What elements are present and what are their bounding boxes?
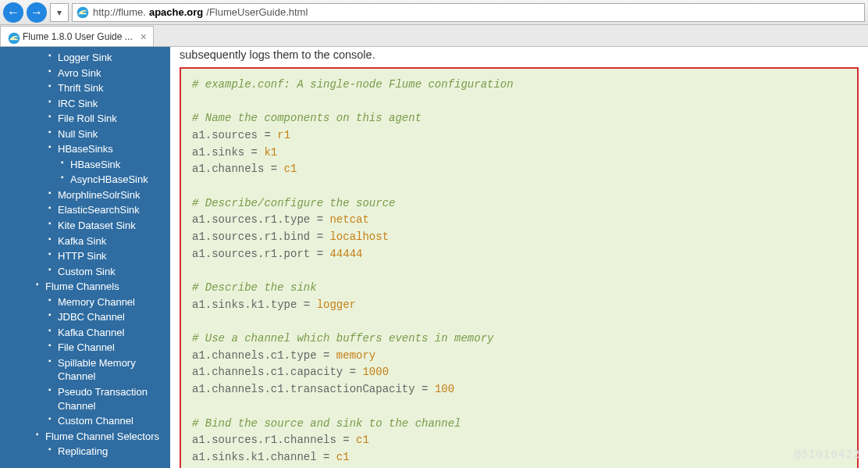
sidebar-link[interactable]: File Roll Sink	[58, 111, 170, 127]
code-example: # example.conf: A single-node Flume conf…	[180, 67, 859, 468]
tab-strip: Flume 1.8.0 User Guide ... ×	[0, 25, 868, 47]
sidebar-link[interactable]: Kite Dataset Sink	[58, 218, 170, 234]
sidebar-link[interactable]: Replicating	[58, 444, 170, 459]
tab-dropdown-button[interactable]: ▾	[50, 3, 69, 22]
svg-point-0	[77, 6, 89, 18]
sidebar-link[interactable]: MorphlineSolrSink	[58, 188, 170, 203]
code-comment: # Use a channel which buffers events in …	[192, 332, 493, 345]
sidebar-item: HBaseSinks	[44, 141, 170, 157]
code-op: =	[317, 349, 336, 362]
code-op: =	[343, 366, 362, 378]
sidebar-link[interactable]: HBaseSinks	[58, 141, 170, 157]
code-val: netcat	[329, 213, 368, 226]
sidebar-item: Kafka Sink	[44, 234, 170, 249]
code-val: localhost	[329, 230, 389, 243]
code-op: =	[415, 383, 435, 395]
sidebar-link[interactable]: Thrift Sink	[58, 80, 170, 96]
code-key: a1.sources	[192, 129, 258, 141]
code-op: =	[310, 213, 329, 226]
sidebar-nav: Logger SinkAvro SinkThrift SinkIRC SinkF…	[0, 47, 170, 468]
code-op: =	[317, 451, 336, 463]
code-key: a1.sources.r1.channels	[192, 434, 336, 446]
sidebar-item: Custom Channel	[44, 413, 170, 429]
code-op: =	[336, 434, 356, 446]
code-val: 100	[435, 383, 454, 395]
sidebar-link[interactable]: IRC Sink	[58, 96, 170, 112]
url-pre: http://flume.	[93, 6, 146, 18]
sidebar-item: MorphlineSolrSink	[44, 188, 170, 203]
code-key: a1.channels.c1.type	[192, 349, 317, 362]
code-op: =	[264, 163, 283, 175]
sidebar-link[interactable]: File Channel	[58, 340, 170, 355]
code-op: =	[310, 248, 329, 260]
code-val: memory	[336, 349, 375, 362]
code-comment: # Name the components on this agent	[192, 112, 422, 124]
sidebar-item: Flume Channels	[31, 279, 170, 295]
sidebar-link[interactable]: Pseudo Transaction Channel	[58, 384, 170, 413]
sidebar-item: HBaseSink	[56, 157, 170, 173]
sidebar-link[interactable]: Null Sink	[58, 127, 170, 142]
sidebar-item: Logger Sink	[44, 50, 170, 66]
browser-nav-bar: ← → ▾ http://flume.apache.org/FlumeUserG…	[0, 0, 868, 25]
sidebar-item: AsyncHBaseSink	[56, 172, 170, 188]
sidebar-link[interactable]: Custom Channel	[58, 413, 170, 429]
forward-button[interactable]: →	[27, 2, 47, 23]
code-val: 44444	[329, 248, 362, 260]
code-val: r1	[277, 129, 290, 141]
sidebar-item: HTTP Sink	[44, 248, 170, 264]
forward-icon: →	[30, 5, 43, 20]
ie-icon	[76, 5, 90, 20]
code-key: a1.sinks.k1.channel	[192, 451, 317, 463]
sidebar-item: Kite Dataset Sink	[44, 218, 170, 234]
sidebar-link[interactable]: JDBC Channel	[58, 309, 170, 325]
code-key: a1.sinks	[192, 146, 244, 159]
code-op: =	[297, 298, 316, 311]
address-bar[interactable]: http://flume.apache.org/FlumeUserGuide.h…	[72, 3, 865, 22]
sidebar-link[interactable]: Kafka Channel	[58, 325, 170, 341]
back-icon: ←	[7, 5, 20, 20]
code-key: a1.channels.c1.transactionCapacity	[192, 383, 415, 395]
code-key: a1.channels	[192, 163, 264, 175]
sidebar-link[interactable]: Flume Channel Selectors	[45, 429, 170, 445]
code-op: =	[244, 146, 264, 159]
svg-point-1	[9, 32, 20, 44]
main-content: subsequently logs them to the console. #…	[170, 47, 868, 468]
sidebar-item: Thrift Sink	[44, 80, 170, 96]
page: Logger SinkAvro SinkThrift SinkIRC SinkF…	[0, 47, 868, 468]
ie-icon	[7, 31, 18, 42]
watermark: @51010422	[794, 448, 860, 460]
close-icon[interactable]: ×	[141, 30, 147, 43]
code-comment: # Bind the source and sink to the channe…	[192, 417, 461, 430]
sidebar-link[interactable]: Kafka Sink	[58, 234, 170, 249]
sidebar-item: Avro Sink	[44, 66, 170, 81]
code-comment: # Describe/configure the source	[192, 197, 395, 209]
chevron-down-icon: ▾	[57, 7, 62, 18]
sidebar-link[interactable]: Memory Channel	[58, 295, 170, 310]
code-op: =	[310, 230, 329, 243]
sidebar-link[interactable]: Custom Sink	[58, 264, 170, 280]
sidebar-item: Flume Channel Selectors	[31, 429, 170, 445]
sidebar-link[interactable]: HTTP Sink	[58, 248, 170, 264]
sidebar-link[interactable]: Avro Sink	[58, 66, 170, 81]
code-val: k1	[264, 146, 277, 159]
sidebar-link[interactable]: HBaseSink	[70, 157, 170, 173]
sidebar-link[interactable]: AsyncHBaseSink	[70, 172, 170, 188]
sidebar-item: File Channel	[44, 340, 170, 355]
back-button[interactable]: ←	[3, 2, 23, 23]
sidebar-item: Memory Channel	[44, 295, 170, 310]
sidebar-item: JDBC Channel	[44, 309, 170, 325]
url-path: /FlumeUserGuide.html	[206, 6, 308, 18]
sidebar-link[interactable]: ElasticSearchSink	[58, 202, 170, 218]
code-comment: # example.conf: A single-node Flume conf…	[192, 78, 514, 91]
code-key: a1.sources.r1.type	[192, 213, 310, 226]
code-val: c1	[284, 163, 297, 175]
sidebar-item: Pseudo Transaction Channel	[44, 384, 170, 413]
code-comment: # Describe the sink	[192, 281, 317, 294]
sidebar-link[interactable]: Logger Sink	[58, 50, 170, 66]
sidebar-link[interactable]: Spillable Memory Channel	[58, 355, 170, 384]
sidebar-item: Spillable Memory Channel	[44, 355, 170, 384]
sidebar-link[interactable]: Flume Channels	[45, 279, 170, 295]
tab-flume-guide[interactable]: Flume 1.8.0 User Guide ... ×	[0, 26, 154, 46]
code-val: 1000	[362, 366, 389, 378]
sidebar-item: Kafka Channel	[44, 325, 170, 341]
